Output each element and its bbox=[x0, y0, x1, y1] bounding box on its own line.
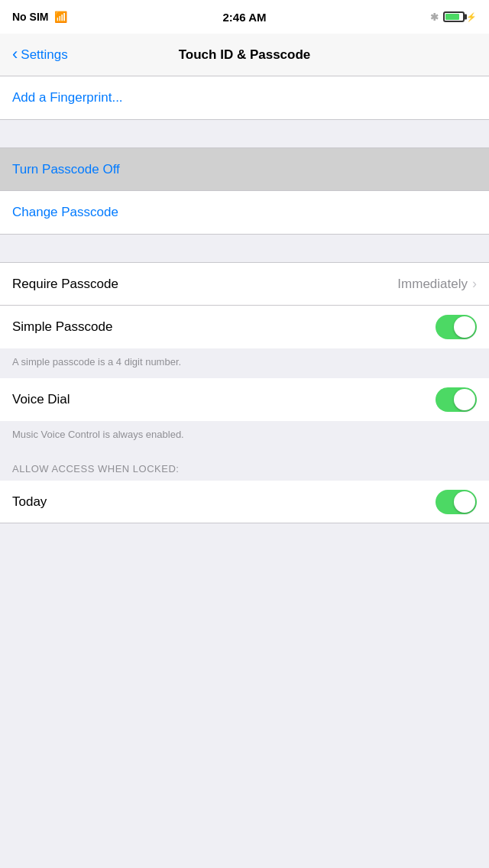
require-passcode-label: Require Passcode bbox=[12, 277, 118, 292]
status-bar: No SIM 📶 2:46 AM ✱ ⚡ bbox=[0, 0, 489, 34]
back-chevron-icon: ‹ bbox=[12, 46, 18, 63]
fingerprint-section: Add a Fingerprint... bbox=[0, 76, 489, 119]
turn-passcode-off-row[interactable]: Turn Passcode Off bbox=[0, 148, 489, 191]
carrier-label: No SIM bbox=[12, 11, 48, 23]
allow-access-header-text: ALLOW ACCESS WHEN LOCKED: bbox=[12, 463, 179, 474]
simple-passcode-note: A simple passcode is a 4 digit number. bbox=[0, 348, 489, 378]
section-gap-1 bbox=[0, 119, 489, 148]
require-passcode-row[interactable]: Require Passcode Immediately › bbox=[0, 263, 489, 306]
chevron-right-icon: › bbox=[472, 276, 477, 292]
simple-passcode-row[interactable]: Simple Passcode bbox=[0, 306, 489, 348]
toggle-knob-2 bbox=[454, 389, 475, 410]
voice-dial-note-text: Music Voice Control is always enabled. bbox=[12, 429, 184, 440]
status-left: No SIM 📶 bbox=[12, 11, 67, 23]
section-gap-2 bbox=[0, 234, 489, 263]
status-right: ✱ ⚡ bbox=[430, 11, 477, 23]
voice-dial-note: Music Voice Control is always enabled. bbox=[0, 421, 489, 451]
require-passcode-value: Immediately bbox=[397, 277, 468, 292]
change-passcode-row[interactable]: Change Passcode bbox=[0, 191, 489, 234]
add-fingerprint-label: Add a Fingerprint... bbox=[12, 90, 123, 105]
simple-passcode-note-text: A simple passcode is a 4 digit number. bbox=[12, 356, 181, 368]
battery-container: ⚡ bbox=[443, 11, 477, 22]
bluetooth-icon: ✱ bbox=[430, 11, 439, 23]
today-toggle[interactable] bbox=[436, 490, 477, 514]
battery-fill bbox=[445, 14, 459, 20]
require-passcode-section: Require Passcode Immediately › Simple Pa… bbox=[0, 263, 489, 348]
status-time: 2:46 AM bbox=[223, 11, 267, 24]
simple-passcode-toggle[interactable] bbox=[436, 315, 477, 339]
toggle-knob bbox=[454, 316, 475, 338]
back-button[interactable]: ‹ Settings bbox=[12, 47, 68, 63]
simple-passcode-label: Simple Passcode bbox=[12, 319, 112, 335]
add-fingerprint-row[interactable]: Add a Fingerprint... bbox=[0, 76, 489, 119]
voice-dial-section: Voice Dial bbox=[0, 378, 489, 421]
passcode-section: Turn Passcode Off Change Passcode bbox=[0, 148, 489, 234]
today-row[interactable]: Today bbox=[0, 481, 489, 523]
battery-icon bbox=[443, 11, 465, 22]
require-passcode-value-area: Immediately › bbox=[397, 276, 477, 292]
voice-dial-label: Voice Dial bbox=[12, 392, 70, 407]
wifi-icon: 📶 bbox=[54, 11, 67, 23]
charging-icon: ⚡ bbox=[466, 12, 477, 22]
page-title: Touch ID & Passcode bbox=[179, 47, 311, 63]
allow-access-header: ALLOW ACCESS WHEN LOCKED: bbox=[0, 451, 489, 481]
back-label: Settings bbox=[21, 47, 67, 63]
turn-passcode-off-label: Turn Passcode Off bbox=[12, 162, 120, 177]
change-passcode-label: Change Passcode bbox=[12, 205, 118, 220]
voice-dial-row[interactable]: Voice Dial bbox=[0, 378, 489, 421]
toggle-knob-3 bbox=[454, 491, 475, 513]
today-section: Today bbox=[0, 481, 489, 523]
today-label: Today bbox=[12, 494, 47, 510]
nav-bar: ‹ Settings Touch ID & Passcode bbox=[0, 34, 489, 76]
voice-dial-toggle[interactable] bbox=[436, 387, 477, 412]
